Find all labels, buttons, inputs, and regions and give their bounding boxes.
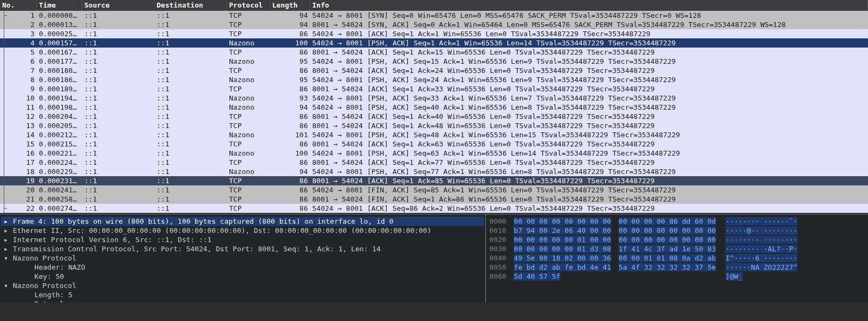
cell-length: 86 [270, 176, 310, 185]
cell-info: 8001 → 54024 [ACK] Seq=1 Ack=77 Win=6553… [310, 158, 868, 167]
cell-protocol: TCP [227, 195, 270, 204]
disclosure-triangle-icon[interactable]: ▸ [3, 217, 9, 226]
packet-row[interactable]: 60.000177…::1::1Nazono9554024 → 8001 [PS… [0, 57, 868, 66]
disclosure-triangle-icon[interactable]: ▾ [3, 253, 9, 263]
packet-row[interactable]: 180.000229…::1::1Nazono9454024 → 8001 [P… [0, 167, 868, 176]
column-header-time[interactable]: Time [37, 0, 82, 11]
packet-row[interactable]: 220.000274…::1::1TCP8654024 → 8001 [ACK]… [0, 204, 868, 213]
packet-row[interactable]: 170.000224…::1::1TCP868001 → 54024 [ACK]… [0, 158, 868, 167]
packet-row[interactable]: 110.000198…::1::1Nazono9454024 → 8001 [P… [0, 103, 868, 112]
packet-row[interactable]: 200.000241…::1::1TCP8654024 → 8001 [FIN,… [0, 185, 868, 195]
cell-source: ::1 [82, 176, 154, 185]
details-line[interactable]: ▾ Nazono Protocol [1, 253, 484, 263]
cell-length: 86 [270, 195, 310, 204]
cell-length: 101 [270, 130, 310, 139]
details-line[interactable]: ▸ Frame 4: 100 bytes on wire (800 bits),… [1, 217, 484, 226]
disclosure-triangle-icon[interactable]: ▸ [3, 244, 9, 253]
cell-protocol: Nazono [227, 75, 270, 84]
packet-row[interactable]: 130.000205…::1::1TCP868001 → 54024 [ACK]… [0, 121, 868, 130]
packet-row[interactable]: 30.000025…::1::1TCP8654024 → 8001 [ACK] … [0, 29, 868, 38]
packet-row[interactable]: 140.000212…::1::1Nazono10154024 → 8001 [… [0, 130, 868, 139]
cell-info: 8001 → 54024 [ACK] Seq=1 Ack=48 Win=6553… [310, 121, 868, 130]
details-line[interactable]: ▸ Internet Protocol Version 6, Src: ::1,… [1, 235, 484, 244]
cell-protocol: TCP [227, 66, 270, 75]
details-line[interactable]: ▸ Ethernet II, Src: 00:00:00_00:00:00 (0… [1, 226, 484, 235]
cell-protocol: Nazono [227, 93, 270, 103]
column-header-destination[interactable]: Destination [154, 0, 227, 11]
cell-protocol: TCP [227, 20, 270, 29]
cell-destination: ::1 [154, 176, 227, 185]
disclosure-triangle-icon[interactable]: ▸ [3, 226, 9, 235]
cell-no: 6 [0, 57, 37, 66]
details-line[interactable]: Header: NAZO [1, 263, 484, 272]
column-header-source[interactable]: Source [82, 0, 154, 11]
packet-row[interactable]: 20.000013…::1::1TCP948001 → 54024 [SYN, … [0, 20, 868, 29]
cell-length: 95 [270, 57, 310, 66]
packet-row[interactable]: 190.000231…::1::1TCP868001 → 54024 [ACK]… [0, 176, 868, 185]
cell-time: 0.000231… [37, 176, 82, 185]
cell-source: ::1 [82, 93, 154, 103]
column-header-protocol[interactable]: Protocol [227, 0, 270, 11]
cell-source: ::1 [82, 20, 154, 29]
packet-row[interactable]: 40.000157…::1::1Nazono10054024 → 8001 [P… [0, 38, 868, 48]
cell-length: 86 [270, 121, 310, 130]
packet-row[interactable]: 100.000194…::1::1Nazono9354024 → 8001 [P… [0, 93, 868, 103]
details-line[interactable]: ▾ Nazono Protocol [1, 281, 484, 290]
packet-row[interactable]: 90.000189…::1::1TCP868001 → 54024 [ACK] … [0, 84, 868, 93]
cell-no: 4 [0, 38, 37, 48]
packet-row[interactable]: 50.000167…::1::1TCP868001 → 54024 [ACK] … [0, 48, 868, 57]
cell-source: ::1 [82, 167, 154, 176]
cell-destination: ::1 [154, 139, 227, 149]
packet-details-pane[interactable]: ▸ Frame 4: 100 bytes on wire (800 bits),… [0, 215, 486, 303]
cell-protocol: Nazono [227, 38, 270, 48]
cell-length: 86 [270, 112, 310, 121]
cell-length: 94 [270, 103, 310, 112]
packet-row[interactable]: 10.000000…::1::1TCP9454024 → 8001 [SYN] … [0, 11, 868, 20]
cell-length: 94 [270, 11, 310, 20]
column-header-info[interactable]: Info [310, 0, 868, 11]
packet-list-pane[interactable]: No. Time Source Destination Protocol Len… [0, 0, 868, 213]
hex-bytes[interactable]: 00 00 00 00 00 00 00 0000 00 00 00 86 dd… [514, 217, 716, 300]
details-line[interactable]: Key: 50 [1, 272, 484, 281]
cell-source: ::1 [82, 112, 154, 121]
cell-info: 54024 → 8001 [PSH, ACK] Seq=40 Ack=1 Win… [310, 103, 868, 112]
hex-offsets: 0000001000200030004000500060 [489, 217, 506, 300]
cell-info: 54024 → 8001 [PSH, ACK] Seq=15 Ack=1 Win… [310, 57, 868, 66]
cell-protocol: Nazono [227, 149, 270, 158]
disclosure-triangle-icon[interactable]: ▸ [3, 235, 9, 244]
cell-source: ::1 [82, 66, 154, 75]
cell-no: 9 [0, 84, 37, 93]
cell-length: 86 [270, 185, 310, 195]
cell-source: ::1 [82, 185, 154, 195]
disclosure-triangle-icon[interactable]: ▾ [3, 281, 9, 290]
cell-no: 19 [0, 176, 37, 185]
packet-rows[interactable]: 10.000000…::1::1TCP9454024 → 8001 [SYN] … [0, 11, 868, 213]
packet-row[interactable]: 210.000258…::1::1TCP868001 → 54024 [FIN,… [0, 195, 868, 204]
hex-ascii: ········ ······`······@·· ··············… [723, 217, 797, 300]
cell-protocol: Nazono [227, 167, 270, 176]
cell-destination: ::1 [154, 149, 227, 158]
cell-source: ::1 [82, 29, 154, 38]
details-line[interactable]: Length: 5 [1, 290, 484, 299]
cell-no: 18 [0, 167, 37, 176]
packet-row[interactable]: 80.000186…::1::1Nazono9554024 → 8001 [PS… [0, 75, 868, 84]
cell-source: ::1 [82, 204, 154, 213]
cell-time: 0.000194… [37, 93, 82, 103]
packet-row[interactable]: 120.000204…::1::1TCP868001 → 54024 [ACK]… [0, 112, 868, 121]
details-line[interactable]: Data: lorem [1, 299, 484, 303]
column-header-no[interactable]: No. [0, 0, 37, 11]
cell-no: 16 [0, 149, 37, 158]
packet-row[interactable]: 150.000215…::1::1TCP868001 → 54024 [ACK]… [0, 139, 868, 149]
packet-row[interactable]: 160.000221…::1::1Nazono10054024 → 8001 [… [0, 149, 868, 158]
cell-no: 2 [0, 20, 37, 29]
cell-time: 0.000198… [37, 103, 82, 112]
packet-list-header[interactable]: No. Time Source Destination Protocol Len… [0, 0, 868, 11]
cell-destination: ::1 [154, 167, 227, 176]
packet-bytes-pane[interactable]: 0000001000200030004000500060 00 00 00 00… [486, 215, 868, 303]
details-line[interactable]: ▸ Transmission Control Protocol, Src Por… [1, 244, 484, 253]
cell-source: ::1 [82, 149, 154, 158]
cell-time: 0.000000… [37, 11, 82, 20]
column-header-length[interactable]: Length [270, 0, 310, 11]
cell-time: 0.000221… [37, 149, 82, 158]
packet-row[interactable]: 70.000180…::1::1TCP868001 → 54024 [ACK] … [0, 66, 868, 75]
